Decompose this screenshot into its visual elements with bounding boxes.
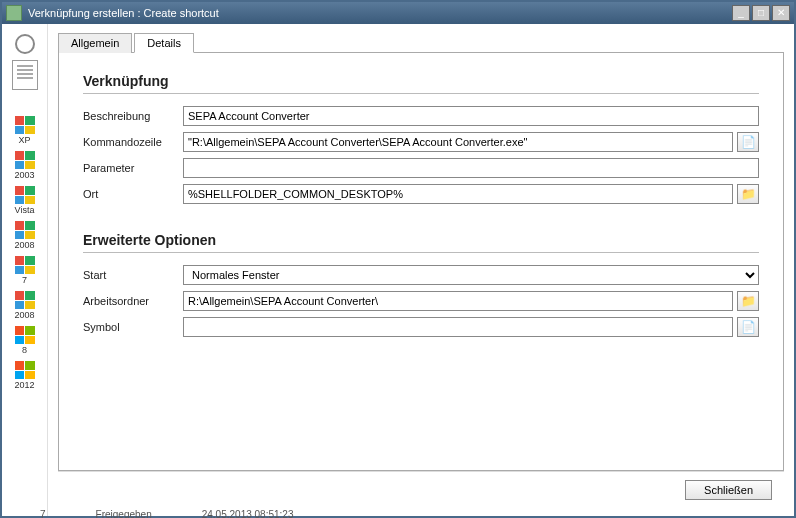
close-window-button[interactable]: ✕ [772, 5, 790, 21]
browse-folder-button[interactable]: 📁 [737, 291, 759, 311]
row-symbol: Symbol 📄 [83, 317, 759, 337]
section-shortcut-title: Verknüpfung [83, 73, 759, 89]
os-7[interactable]: 7 [15, 256, 35, 285]
browse-exe-button[interactable]: 📄 [737, 132, 759, 152]
input-arbeitsordner[interactable] [183, 291, 733, 311]
os-vista[interactable]: Vista [15, 186, 35, 215]
tab-details[interactable]: Details [134, 33, 194, 53]
label-arbeitsordner: Arbeitsordner [83, 295, 183, 307]
status-col2: Freigegeben [96, 509, 152, 518]
divider [83, 252, 759, 253]
browse-symbol-button[interactable]: 📄 [737, 317, 759, 337]
browse-ort-button[interactable]: 📁 [737, 184, 759, 204]
divider [83, 93, 759, 94]
main-panel: Allgemein Details Verknüpfung Beschreibu… [48, 24, 794, 516]
os-xp[interactable]: XP [15, 116, 35, 145]
select-start[interactable]: Normales Fenster [183, 265, 759, 285]
row-beschreibung: Beschreibung [83, 106, 759, 126]
input-kommandozeile[interactable] [183, 132, 733, 152]
minimize-button[interactable]: _ [732, 5, 750, 21]
input-symbol[interactable] [183, 317, 733, 337]
os-2008r2[interactable]: 2008 [14, 291, 34, 320]
row-arbeitsordner: Arbeitsordner 📁 [83, 291, 759, 311]
titlebar[interactable]: Verknüpfung erstellen : Create shortcut … [2, 2, 794, 24]
section-extended-title: Erweiterte Optionen [83, 232, 759, 248]
maximize-button[interactable]: □ [752, 5, 770, 21]
background-status-row: 7 Freigegeben 24.05.2013 08:51:23 [40, 509, 293, 518]
os-2012[interactable]: 2012 [14, 361, 34, 390]
status-col3: 24.05.2013 08:51:23 [202, 509, 294, 518]
row-ort: Ort 📁 [83, 184, 759, 204]
tabbar: Allgemein Details [58, 32, 784, 53]
os-2003[interactable]: 2003 [14, 151, 34, 180]
details-panel: Verknüpfung Beschreibung Kommandozeile 📄… [58, 53, 784, 471]
dialog-window: Verknüpfung erstellen : Create shortcut … [0, 0, 796, 518]
os-8[interactable]: 8 [15, 326, 35, 355]
label-ort: Ort [83, 188, 183, 200]
os-2008[interactable]: 2008 [14, 221, 34, 250]
input-beschreibung[interactable] [183, 106, 759, 126]
close-button[interactable]: Schließen [685, 480, 772, 500]
app-icon [6, 5, 22, 21]
label-kommandozeile: Kommandozeile [83, 136, 183, 148]
label-beschreibung: Beschreibung [83, 110, 183, 122]
footer: Schließen [58, 471, 784, 508]
window-controls: _ □ ✕ [732, 5, 790, 21]
reload-icon[interactable] [15, 34, 35, 54]
left-rail: XP 2003 Vista 2008 7 2008 8 2012 [2, 24, 48, 516]
label-symbol: Symbol [83, 321, 183, 333]
status-col1: 7 [40, 509, 46, 518]
window-title: Verknüpfung erstellen : Create shortcut [28, 7, 219, 19]
label-parameter: Parameter [83, 162, 183, 174]
input-ort[interactable] [183, 184, 733, 204]
input-parameter[interactable] [183, 158, 759, 178]
row-kommandozeile: Kommandozeile 📄 [83, 132, 759, 152]
body: XP 2003 Vista 2008 7 2008 8 2012 Allgeme… [2, 24, 794, 516]
label-start: Start [83, 269, 183, 281]
document-icon[interactable] [12, 60, 38, 90]
row-start: Start Normales Fenster [83, 265, 759, 285]
tab-allgemein[interactable]: Allgemein [58, 33, 132, 53]
row-parameter: Parameter [83, 158, 759, 178]
